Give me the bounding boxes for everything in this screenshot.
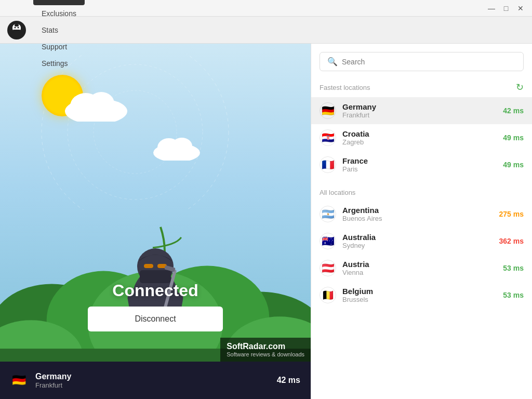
location-city: Brussels (342, 296, 497, 303)
location-info: Croatia Zagreb (342, 129, 497, 146)
location-country: Belgium (342, 287, 497, 296)
location-ms: 275 ms (499, 210, 524, 218)
location-country: Croatia (342, 129, 497, 138)
location-info: Australia Sydney (342, 233, 493, 249)
nav-tab-exclusions[interactable]: Exclusions (33, 5, 85, 22)
location-item[interactable]: 🇧🇪 Belgium Brussels 53 ms (311, 282, 532, 309)
flag-icon: 🇭🇷 (320, 129, 336, 146)
location-city: Paris (342, 165, 497, 173)
flag-icon: 🇧🇪 (320, 287, 336, 303)
maximize-button[interactable]: □ (499, 1, 513, 16)
watermark-tagline: Software reviews & downloads (227, 351, 304, 357)
close-button[interactable]: ✕ (513, 1, 528, 16)
location-list[interactable]: Fastest locations ↻ 🇩🇪 Germany Frankfurt… (311, 75, 532, 399)
location-item[interactable]: 🇦🇹 Austria Vienna 53 ms (311, 255, 532, 282)
search-icon: 🔍 (327, 57, 338, 66)
location-info: Germany Frankfurt (342, 102, 497, 119)
all-locations-label: All locations (320, 189, 355, 196)
location-ms: 362 ms (499, 237, 524, 245)
main-layout: Connected Disconnect 🇩🇪 Germany Frankfur… (0, 44, 532, 399)
location-country: France (342, 156, 497, 165)
left-panel: Connected Disconnect 🇩🇪 Germany Frankfur… (0, 44, 311, 399)
svg-rect-5 (12, 30, 21, 33)
flag-icon: 🇫🇷 (320, 156, 336, 173)
location-ms: 53 ms (503, 264, 524, 272)
flag-icon: 🇦🇺 (320, 233, 336, 249)
svg-rect-6 (15, 24, 19, 26)
location-item[interactable]: 🇫🇷 France Paris 49 ms (311, 151, 532, 178)
fastest-locations-header: Fastest locations ↻ (311, 75, 532, 97)
nav-tabs: HomeExclusionsStatsSupportSettings (33, 0, 85, 72)
status-bar: 🇩🇪 Germany Frankfurt 42 ms (0, 362, 311, 399)
svg-point-4 (18, 26, 19, 28)
location-country: Germany (342, 102, 497, 111)
location-ms: 49 ms (503, 134, 524, 142)
right-panel: 🔍 Fastest locations ↻ 🇩🇪 Germany Frankfu… (311, 44, 532, 399)
status-flag: 🇩🇪 (10, 372, 27, 389)
status-info: Germany Frankfurt (35, 372, 269, 389)
location-item[interactable]: 🇦🇺 Australia Sydney 362 ms (311, 228, 532, 255)
all-items: 🇦🇷 Argentina Buenos Aires 275 ms 🇦🇺 Aust… (311, 201, 532, 309)
location-ms: 53 ms (503, 291, 524, 299)
nav-tab-support[interactable]: Support (33, 38, 85, 55)
cloud-decoration-1 (62, 85, 130, 124)
navbar: HomeExclusionsStatsSupportSettings (0, 17, 532, 44)
location-item[interactable]: 🇭🇷 Croatia Zagreb 49 ms (311, 124, 532, 151)
location-city: Vienna (342, 269, 497, 276)
location-city: Sydney (342, 242, 493, 249)
minimize-button[interactable]: — (484, 1, 499, 16)
location-info: Belgium Brussels (342, 287, 497, 303)
flag-icon: 🇦🇷 (320, 206, 336, 222)
fastest-locations-label: Fastest locations (320, 84, 370, 91)
location-ms: 49 ms (503, 161, 524, 169)
location-city: Frankfurt (342, 111, 497, 119)
location-ms: 42 ms (503, 107, 524, 115)
svg-point-15 (171, 138, 192, 154)
location-city: Zagreb (342, 138, 497, 146)
search-container: 🔍 (311, 44, 532, 75)
svg-point-3 (15, 26, 16, 28)
fastest-items: 🇩🇪 Germany Frankfurt 42 ms 🇭🇷 Croatia Za… (311, 97, 532, 178)
svg-rect-27 (144, 264, 153, 268)
location-country: Austria (342, 260, 497, 269)
location-info: Austria Vienna (342, 260, 497, 276)
search-box[interactable]: 🔍 (320, 52, 524, 71)
watermark: SoftRadar.com Software reviews & downloa… (220, 338, 311, 362)
location-item[interactable]: 🇩🇪 Germany Frankfurt 42 ms (311, 97, 532, 124)
location-country: Australia (342, 233, 493, 242)
status-ms: 42 ms (277, 376, 300, 385)
location-city: Buenos Aires (342, 215, 493, 222)
nav-tab-stats[interactable]: Stats (33, 22, 85, 38)
location-info: France Paris (342, 156, 497, 173)
connection-status: Connected (112, 281, 198, 300)
nav-tab-home[interactable]: Home (33, 0, 85, 5)
location-item[interactable]: 🇦🇷 Argentina Buenos Aires 275 ms (311, 201, 532, 228)
location-info: Argentina Buenos Aires (342, 206, 493, 222)
nav-tab-settings[interactable]: Settings (33, 55, 85, 72)
cloud-decoration-2 (151, 132, 203, 163)
status-city: Frankfurt (35, 381, 269, 389)
disconnect-button[interactable]: Disconnect (88, 307, 223, 331)
watermark-site: SoftRadar.com (227, 342, 304, 351)
location-country: Argentina (342, 206, 493, 215)
search-input[interactable] (342, 58, 516, 66)
flag-icon: 🇩🇪 (320, 102, 336, 119)
svg-point-12 (88, 92, 114, 115)
refresh-icon[interactable]: ↻ (516, 82, 524, 93)
status-country: Germany (35, 372, 269, 381)
all-locations-header: All locations (311, 182, 532, 201)
flag-icon: 🇦🇹 (320, 260, 336, 276)
app-logo (6, 20, 27, 41)
